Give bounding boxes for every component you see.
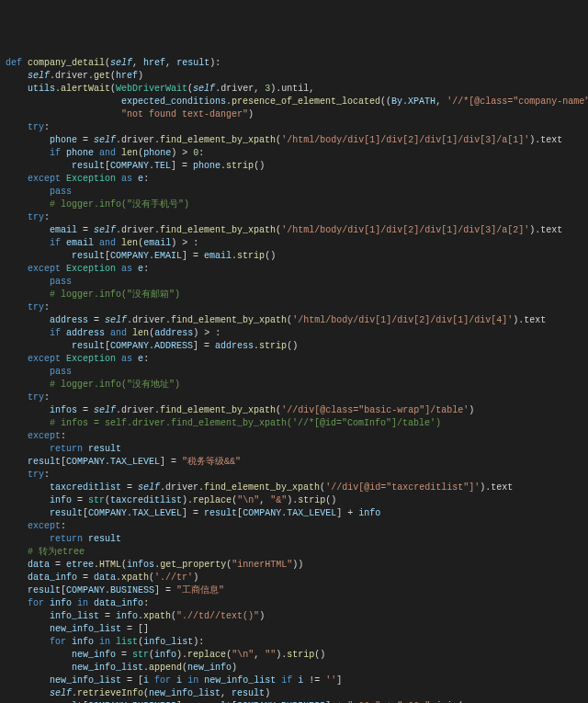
code-line: try: [6,391,582,404]
code-line: email = self.driver.find_element_by_xpat… [6,224,582,237]
code-line: if email and len(email) > : [6,237,582,250]
code-line: # logger.info("没有手机号") [6,198,582,211]
code-line: result[COMPANY.TAX_LEVEL] = result[COMPA… [6,507,582,520]
code-line: self.driver.get(href) [6,70,582,83]
code-line: data = etree.HTML(infos.get_property("in… [6,559,582,572]
code-line: try: [6,121,582,134]
code-line: except Exception as e: [6,353,582,366]
code-line: for info in data_info: [6,597,582,610]
code-line: except: [6,430,582,443]
code-line: def company_detail(self, href, result): [6,57,582,70]
code-line: return result [6,443,582,456]
code-line: result[COMPANY.TAX_LEVEL] = "税务等级&&" [6,456,582,469]
code-line: self.retrieveInfo(new_info_list, result) [6,687,582,700]
code-line: info_list = info.xpath(".//td//text()") [6,610,582,623]
code-line: new_info = str(info).replace("\n", "").s… [6,649,582,662]
code-line: # logger.info("没有邮箱") [6,289,582,301]
code-line: result[COMPANY.TEL] = phone.strip() [6,160,582,173]
code-line: phone = self.driver.find_element_by_xpat… [6,134,582,147]
code-line: result[COMPANY.ADDRESS] = address.strip(… [6,340,582,353]
code-line: infos = self.driver.find_element_by_xpat… [6,404,582,417]
code-line: result[COMPANY.BUSINESS] = "工商信息" [6,584,582,597]
code-line: if address and len(address) > : [6,327,582,340]
code-line: try: [6,301,582,314]
code-line: except: [6,520,582,533]
code-line: address = self.driver.find_element_by_xp… [6,314,582,327]
code-line: return result [6,533,582,546]
code-line: data_info = data.xpath('.//tr') [6,572,582,584]
code-line: try: [6,211,582,224]
code-line: except Exception as e: [6,263,582,276]
code-line: # logger.info("没有地址") [6,379,582,391]
code-line: # 转为etree [6,546,582,559]
code-line: new_info_list = [] [6,623,582,636]
code-line: pass [6,276,582,289]
code-line: pass [6,186,582,198]
code-line: for info in list(info_list): [6,636,582,649]
code-block: def company_detail(self, href, result): … [6,57,582,703]
code-line: new_info_list = [i for i in new_info_lis… [6,675,582,687]
code-line: # infos = self.driver.find_element_by_xp… [6,417,582,430]
code-line: utils.alertWait(WebDriverWait(self.drive… [6,83,582,96]
code-line: info = str(taxcreditlist).replace("\n", … [6,494,582,507]
code-line: result[COMPANY.EMAIL] = email.strip() [6,250,582,263]
code-line: new_info_list.append(new_info) [6,662,582,675]
code-line: pass [6,366,582,379]
code-line: if phone and len(phone) > 0: [6,147,582,160]
code-line: expected_conditions.presence_of_element_… [6,96,582,108]
code-line: try: [6,469,582,482]
code-line: except Exception as e: [6,173,582,186]
code-line: taxcreditlist = self.driver.find_element… [6,482,582,494]
code-line: "not found text-danger") [6,108,582,121]
